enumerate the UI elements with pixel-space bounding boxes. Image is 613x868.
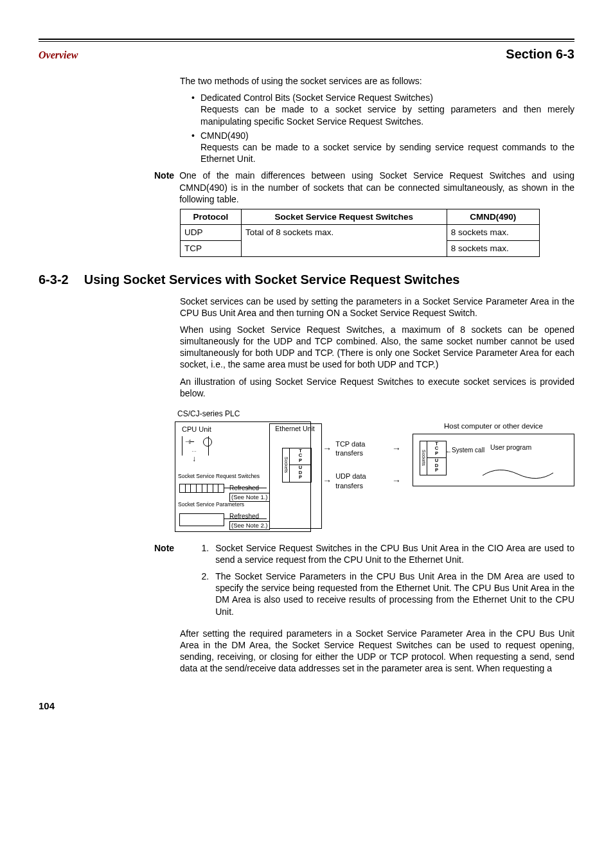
tcp-cell: TCP — [290, 448, 311, 466]
socket-column-host: Sockets TCP UDP — [420, 441, 447, 475]
ssrs-label: Socket Service Request Switches — [178, 474, 260, 479]
note-1-label: Note — [154, 170, 174, 205]
sockets-side-label-2: Sockets — [420, 441, 427, 475]
bullet-list: Dedicated Control Bits (Socket Service R… — [191, 92, 574, 164]
para-1: Socket services can be used by setting t… — [180, 296, 574, 319]
socket-cells: TCP UDP — [290, 448, 311, 482]
protocol-table: Protocol Socket Service Request Switches… — [180, 209, 540, 257]
header-left: Overview — [39, 49, 78, 62]
header-rule-thin — [39, 41, 574, 42]
arrow-down-icon: ↓ — [192, 454, 196, 465]
sockets-side-label: Sockets — [283, 448, 290, 482]
conn-line-1 — [224, 488, 267, 488]
socket-cells-2: TCP UDP — [427, 441, 446, 475]
header-right: Section 6-3 — [506, 46, 574, 62]
ladder-dots: … — [191, 447, 197, 454]
bullet-2-title: CMND(490) — [200, 130, 249, 141]
ethernet-label: Ethernet Unit — [271, 425, 319, 434]
user-program-label: User program — [490, 443, 531, 452]
udp-tx-label: UDP data transfers — [335, 472, 388, 490]
after-paragraph: After setting the required parameters in… — [180, 628, 574, 675]
tcp-transfer: TCP data transfers — [323, 439, 401, 458]
wave-icon — [483, 468, 553, 479]
ssp-label: Socket Service Parameters — [178, 502, 244, 508]
numbered-list: Socket Service Request Switches in the C… — [181, 542, 574, 623]
arrow-right-icon — [323, 443, 332, 454]
ladder-icon: ⊣⊢ … — [182, 436, 209, 456]
udp-cell: UDP — [290, 465, 311, 482]
table-header-row: Protocol Socket Service Request Switches… — [181, 209, 540, 225]
bullet-1-title: Dedicated Control Bits (Socket Service R… — [200, 93, 433, 103]
list-item: Socket Service Request Switches in the C… — [211, 542, 574, 565]
section-body: Socket services can be used by setting t… — [180, 296, 574, 400]
ssp-text: Socket Service Parameters — [178, 501, 244, 508]
tcp-cell-2: TCP — [427, 441, 446, 459]
host-box: Sockets TCP UDP System call User program — [413, 434, 574, 486]
udp-transfer: UDP data transfers — [323, 472, 401, 490]
numbered-notes: Note Socket Service Request Switches in … — [154, 542, 574, 623]
diagram: CS/CJ-series PLC CPU Unit Ethernet Unit … — [175, 409, 574, 532]
bullet-2-sub: Requests can be made to a socket service… — [200, 141, 574, 164]
page-header: Overview Section 6-3 — [39, 46, 574, 62]
socket-column-plc: Sockets TCP UDP — [282, 448, 312, 483]
list-item: The Socket Service Parameters in the CPU… — [211, 571, 574, 617]
arrow-right-icon — [392, 475, 401, 486]
th-cmnd: CMND(490) — [447, 209, 539, 225]
plc-box: CPU Unit Ethernet Unit ⊣⊢ … ↓ Socket Ser… — [175, 421, 311, 532]
td-tcp-cmnd: 8 sockets max. — [447, 240, 539, 256]
section-heading: 6-3-2 Using Socket Services with Socket … — [39, 271, 574, 288]
th-ssrs: Socket Service Request Switches — [241, 209, 447, 225]
intro-block: The two methods of using the socket serv… — [180, 75, 574, 164]
system-call-label: System call — [452, 447, 484, 454]
th-protocol: Protocol — [181, 209, 242, 225]
para-2: When using Socket Service Request Switch… — [180, 324, 574, 371]
table-row: UDP Total of 8 sockets max. 8 sockets ma… — [181, 225, 540, 241]
note-1: Note One of the main differences between… — [154, 170, 574, 205]
ladder-coil-icon — [203, 438, 212, 447]
bullet-1-sub: Requests can be made to a socket service… — [200, 103, 574, 127]
param-box-icon — [179, 513, 224, 526]
bullet-2: CMND(490) Requests can be made to a sock… — [191, 130, 574, 165]
cpu-label: CPU Unit — [182, 425, 211, 434]
section-title: Using Socket Services with Socket Servic… — [84, 271, 460, 288]
mid-column: TCP data transfers UDP data transfers — [323, 421, 401, 490]
diagram-row: CPU Unit Ethernet Unit ⊣⊢ … ↓ Socket Ser… — [175, 421, 574, 532]
host-label: Host computer or other device — [413, 421, 574, 431]
ladder-contact-icon: ⊣⊢ — [185, 439, 194, 447]
bullet-1: Dedicated Control Bits (Socket Service R… — [191, 92, 574, 127]
intro-text: The two methods of using the socket serv… — [180, 75, 574, 87]
td-tcp: TCP — [181, 240, 242, 256]
td-udp-cmnd: 8 sockets max. — [447, 225, 539, 241]
udp-cell-2: UDP — [427, 458, 446, 475]
syscall-text: System call — [452, 447, 484, 454]
conn-line-2 — [224, 518, 267, 519]
ssrs-text: Socket Service Request Switches — [178, 473, 260, 479]
refreshed-2: Refreshed — [229, 512, 259, 520]
arrow-right-icon — [392, 443, 401, 454]
page-number: 104 — [39, 700, 574, 713]
see-note-2: (See Note 2.) — [229, 521, 270, 530]
host-column: Host computer or other device Sockets TC… — [413, 421, 574, 486]
switch-strip-icon — [179, 484, 224, 493]
para-3: An illustration of using Socket Service … — [180, 376, 574, 399]
note-1-text: One of the main differences between usin… — [179, 170, 574, 205]
td-ssrs-span: Total of 8 sockets max. — [241, 225, 447, 256]
header-rule-thick — [39, 39, 574, 40]
td-udp: UDP — [181, 225, 242, 241]
tcp-tx-label: TCP data transfers — [335, 439, 388, 458]
arrow-right-icon — [323, 475, 332, 486]
note-2-label: Note — [154, 542, 174, 623]
section-number: 6-3-2 — [39, 271, 69, 288]
plc-label: CS/CJ-series PLC — [177, 409, 574, 420]
